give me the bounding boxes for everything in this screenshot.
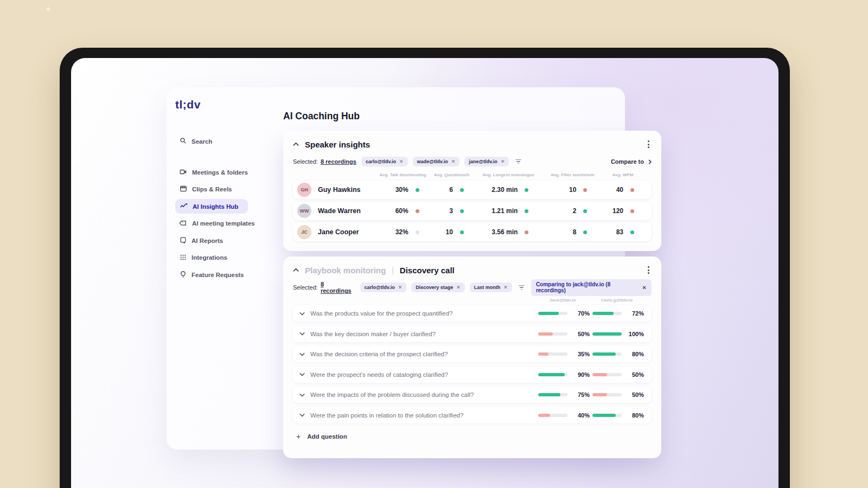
speaker-filter-row: Selected: 8 recordings carlo@tldv.io ✕ w… xyxy=(293,156,652,167)
speaker-table: GH Guy Hawkins 30% 6 2.30 min 10 40 WW W… xyxy=(293,181,652,241)
sidebar-item-search[interactable]: Search xyxy=(175,134,248,149)
speaker-insights-panel: Speaker insights Selected: 8 recordings … xyxy=(283,131,661,251)
progress-bar xyxy=(538,312,567,315)
bar-group-a: 90% xyxy=(535,371,590,378)
sidebar-item-label: Integrations xyxy=(192,254,227,261)
comparing-to-chip[interactable]: Comparing to jack@tldv.io (8 recordings)… xyxy=(531,279,652,296)
bar-percent: 80% xyxy=(627,412,644,419)
report-icon xyxy=(180,236,187,245)
progress-bar xyxy=(592,312,622,315)
table-row[interactable]: WW Wade Warren 60% 3 1.21 min 2 120 xyxy=(293,202,652,220)
collapse-chevron-up-icon[interactable] xyxy=(293,268,299,272)
filter-chip[interactable]: carlo@tldv.io ✕ xyxy=(361,157,408,166)
metric-cell: 3.56 min xyxy=(473,228,542,236)
sidebar-item-feature-requests[interactable]: Feature Requests xyxy=(175,267,248,282)
collapse-chevron-up-icon[interactable] xyxy=(293,142,299,146)
list-item[interactable]: Was the products value for the prospect … xyxy=(293,305,652,322)
bar-group-a: 50% xyxy=(535,331,590,337)
speaker-insights-header: Speaker insights xyxy=(293,138,652,150)
question-text: Were the impacts of the problem discusse… xyxy=(310,391,535,398)
chevron-down-icon[interactable] xyxy=(299,352,305,356)
metric-cell: 6 xyxy=(429,186,473,194)
table-row[interactable]: GH Guy Hawkins 30% 6 2.30 min 10 40 xyxy=(293,181,652,199)
filter-chip[interactable]: wade@tldv.io ✕ xyxy=(413,157,460,166)
close-icon[interactable]: ✕ xyxy=(456,285,461,290)
status-dot xyxy=(416,230,419,234)
close-icon[interactable]: ✕ xyxy=(398,285,403,290)
metric-value: 10 xyxy=(446,228,453,236)
panel-title-muted: Playbook monitoring xyxy=(305,266,386,275)
bar-percent: 72% xyxy=(627,310,644,317)
column-header: Avg. Filler words/min xyxy=(544,172,602,177)
sidebar-nav: Meetings & folders Clips & Reels AI Insi… xyxy=(175,165,248,282)
bar-percent: 75% xyxy=(572,391,590,398)
filter-funnel-icon[interactable] xyxy=(517,284,526,292)
bar-percent: 50% xyxy=(572,331,590,337)
table-row[interactable]: JC Jane Cooper 32% 10 3.56 min 8 83 xyxy=(293,223,652,241)
sidebar-item-ai-reports[interactable]: AI Reports xyxy=(175,233,248,248)
close-icon[interactable]: ✕ xyxy=(503,285,508,290)
add-question-button[interactable]: + Add question xyxy=(293,428,652,445)
avatar: WW xyxy=(297,204,311,218)
laptop-frame: tl;dv Search Meetings & folders xyxy=(60,48,790,488)
selected-recordings-link[interactable]: 8 recordings xyxy=(321,158,356,165)
app-screen: tl;dv Search Meetings & folders xyxy=(71,58,778,488)
search-icon xyxy=(180,137,187,145)
column-header: Avg. Talk time/meeting xyxy=(376,172,430,177)
add-question-label: Add question xyxy=(307,433,347,440)
comparing-to-label: Comparing to jack@tldv.io (8 recordings) xyxy=(536,281,638,293)
metric-value: 10 xyxy=(569,186,576,194)
sidebar-item-integrations[interactable]: Integrations xyxy=(175,251,248,265)
list-item[interactable]: Was the key decision maker / buyer clari… xyxy=(293,326,652,342)
close-icon[interactable]: ✕ xyxy=(451,159,456,164)
filter-chip[interactable]: Discovery stage ✕ xyxy=(411,282,465,292)
bar-column-header: Carlo.g@tldv.io xyxy=(590,298,644,303)
close-icon[interactable]: ✕ xyxy=(642,285,647,291)
filter-funnel-icon[interactable] xyxy=(514,158,523,166)
sidebar-item-ai-meeting-templates[interactable]: AI meeting templates xyxy=(175,216,248,231)
chevron-down-icon[interactable] xyxy=(299,332,305,336)
status-dot xyxy=(416,209,419,213)
bar-percent: 35% xyxy=(572,351,590,357)
bar-group-b: 80% xyxy=(590,351,644,357)
status-dot xyxy=(630,230,634,234)
list-item[interactable]: Were the impacts of the problem discusse… xyxy=(293,387,652,403)
bar-percent: 80% xyxy=(627,351,644,357)
status-dot xyxy=(630,209,634,213)
filter-chip[interactable]: jane@tldv.io ✕ xyxy=(464,157,509,166)
close-icon[interactable]: ✕ xyxy=(399,159,404,164)
playbook-header: Playbook monitoring | Discovery call xyxy=(293,264,652,276)
selected-label: Selected: xyxy=(293,158,318,165)
background-plus-decoration: + xyxy=(46,4,50,14)
metric-cell: 32% xyxy=(375,228,429,236)
list-item[interactable]: Were the pain points in relation to the … xyxy=(293,407,652,423)
status-dot xyxy=(460,209,464,213)
sidebar-item-ai-insights-hub[interactable]: AI Insights Hub xyxy=(175,199,248,214)
metric-cell: 83 xyxy=(601,228,644,236)
kebab-menu-icon[interactable] xyxy=(646,264,652,276)
bar-percent: 100% xyxy=(627,331,644,337)
filter-chip[interactable]: carlo@tldv.io ✕ xyxy=(360,282,407,292)
bar-percent: 50% xyxy=(627,371,644,378)
sidebar-item-meetings-folders[interactable]: Meetings & folders xyxy=(175,165,248,179)
question-text: Was the decision criteria of the prospec… xyxy=(310,351,535,357)
metric-cell: 120 xyxy=(601,207,644,215)
close-icon[interactable]: ✕ xyxy=(501,159,505,164)
list-item[interactable]: Were the prospect's needs of cataloging … xyxy=(293,367,652,383)
sidebar-item-clips-reels[interactable]: Clips & Reels xyxy=(175,182,248,197)
chevron-down-icon[interactable] xyxy=(299,393,305,397)
kebab-menu-icon[interactable] xyxy=(646,138,652,150)
panel-title: Speaker insights xyxy=(305,140,370,149)
list-item[interactable]: Was the decision criteria of the prospec… xyxy=(293,346,652,362)
metric-value: 3.56 min xyxy=(492,228,518,236)
page-title: AI Coaching Hub xyxy=(283,111,360,122)
lightbulb-icon xyxy=(180,271,187,279)
chevron-down-icon[interactable] xyxy=(299,312,305,316)
chevron-down-icon[interactable] xyxy=(299,413,305,417)
selected-recordings-link[interactable]: 8 recordings xyxy=(321,281,355,294)
chevron-down-icon[interactable] xyxy=(299,373,305,376)
compare-to-button[interactable]: Compare to xyxy=(611,158,652,165)
question-text: Were the prospect's needs of cataloging … xyxy=(310,371,535,378)
status-dot xyxy=(630,188,634,192)
filter-chip[interactable]: Last month ✕ xyxy=(470,282,512,292)
